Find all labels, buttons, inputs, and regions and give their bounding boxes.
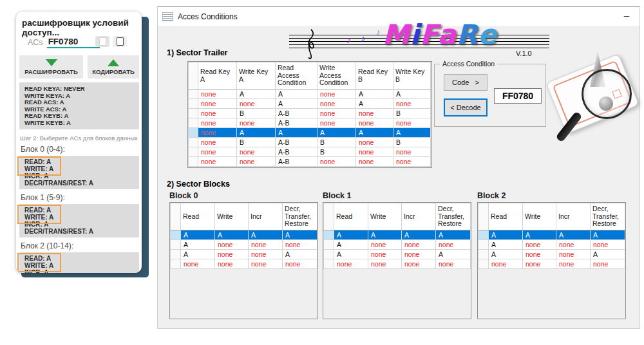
row-selector[interactable]	[324, 259, 334, 269]
table-cell[interactable]: A	[181, 240, 215, 250]
table-cell[interactable]: none	[237, 147, 276, 157]
table-cell[interactable]: none	[198, 138, 237, 147]
copy-button[interactable]	[95, 36, 109, 47]
table-row[interactable]: Anonenonenone	[478, 240, 625, 250]
row-selector[interactable]	[189, 157, 198, 167]
table-cell[interactable]: none	[523, 250, 556, 259]
column-header[interactable]: Write Key A	[237, 62, 276, 89]
column-header[interactable]: Write	[215, 203, 249, 230]
table-cell[interactable]: B	[393, 109, 431, 118]
table-cell[interactable]: A	[402, 230, 436, 240]
table-row[interactable]: nonenoneAnoneAnone	[189, 99, 431, 109]
table-cell[interactable]: A	[356, 89, 393, 99]
table-row[interactable]: nonenonenonenone	[171, 259, 317, 269]
table-cell[interactable]: A	[237, 89, 276, 99]
table-cell[interactable]: none	[237, 118, 276, 128]
row-selector[interactable]	[324, 230, 334, 240]
table-row[interactable]: noneAAAAA	[189, 128, 431, 138]
table-cell[interactable]: none	[356, 138, 393, 147]
row-selector[interactable]	[189, 138, 198, 147]
table-row[interactable]: noneAAnoneAA	[189, 89, 431, 99]
table-cell[interactable]: A-B	[276, 138, 317, 147]
table-cell[interactable]: none	[591, 259, 625, 269]
column-header[interactable]: Read	[489, 203, 523, 230]
table-cell[interactable]: none	[198, 89, 237, 99]
table-cell[interactable]: none	[356, 118, 393, 128]
table-cell[interactable]: none	[356, 157, 393, 167]
column-header[interactable]: Write	[368, 203, 402, 230]
table-cell[interactable]: A	[276, 128, 317, 138]
table-cell[interactable]: none	[556, 240, 591, 250]
table-cell[interactable]: none	[356, 147, 393, 157]
minimize-button[interactable]: –	[618, 7, 636, 24]
table-cell[interactable]: A	[356, 99, 393, 109]
table-cell[interactable]: A	[489, 230, 523, 240]
table-cell[interactable]: none	[249, 240, 283, 250]
column-header[interactable]: Decr, Transfer, Restore	[591, 203, 625, 230]
table-cell[interactable]: B	[237, 109, 276, 118]
table-cell[interactable]: none	[198, 128, 237, 138]
table-cell[interactable]: A	[489, 250, 523, 259]
table-cell[interactable]: none	[591, 240, 625, 250]
table-row[interactable]: AAAA	[478, 230, 625, 240]
column-header[interactable]: Incr	[556, 203, 591, 230]
left-block-box[interactable]: READ: AWRITE: AINCR: ADECR/TRANS/REST: A	[19, 204, 139, 238]
table-cell[interactable]: none	[556, 259, 591, 269]
table-cell[interactable]: none	[249, 250, 283, 259]
column-header[interactable]: Read	[181, 203, 215, 230]
row-selector[interactable]	[478, 230, 489, 240]
table-cell[interactable]: none	[368, 259, 402, 269]
column-header[interactable]: Read Key B	[356, 62, 393, 89]
row-selector[interactable]	[478, 250, 489, 259]
table-cell[interactable]: A	[393, 128, 431, 138]
table-cell[interactable]: none	[317, 109, 356, 118]
row-selector[interactable]	[324, 240, 334, 250]
table-cell[interactable]: none	[283, 240, 317, 250]
column-header[interactable]: Read	[334, 203, 368, 230]
row-selector[interactable]	[189, 99, 198, 109]
column-header[interactable]: Decr, Transfer, Restore	[283, 203, 317, 230]
row-selector[interactable]	[189, 89, 198, 99]
table-cell[interactable]: none	[393, 99, 431, 109]
table-row[interactable]: noneBA-BBnoneB	[189, 138, 431, 147]
table-cell[interactable]: none	[402, 250, 436, 259]
row-selector[interactable]	[478, 259, 489, 269]
table-cell[interactable]: none	[198, 99, 237, 109]
table-cell[interactable]: A	[436, 250, 471, 259]
table-cell[interactable]: A	[523, 230, 556, 240]
table-cell[interactable]: none	[489, 259, 523, 269]
table-cell[interactable]: A	[393, 89, 431, 99]
column-header[interactable]: Incr	[402, 203, 436, 230]
row-selector[interactable]	[171, 259, 181, 269]
table-row[interactable]: nonenoneA-BBnonenone	[189, 147, 431, 157]
table-cell[interactable]: A	[237, 128, 276, 138]
row-selector[interactable]	[189, 128, 198, 138]
table-row[interactable]: AnonenoneA	[324, 250, 471, 259]
table-row[interactable]: AAAA	[324, 230, 471, 240]
table-cell[interactable]: none	[402, 259, 436, 269]
table-cell[interactable]: none	[249, 259, 283, 269]
table-cell[interactable]: none	[283, 259, 317, 269]
column-header[interactable]: Incr	[249, 203, 283, 230]
table-cell[interactable]: A	[591, 230, 625, 240]
table-cell[interactable]: none	[523, 240, 556, 250]
table-cell[interactable]: none	[317, 89, 356, 99]
table-row[interactable]: nonenonenonenone	[324, 259, 471, 269]
table-cell[interactable]: none	[215, 250, 249, 259]
table-cell[interactable]: A	[436, 230, 471, 240]
table-row[interactable]: AAAA	[171, 230, 317, 240]
table-cell[interactable]: A	[181, 230, 215, 240]
decode-button-ru[interactable]: РАСШИФРОВАТЬ	[19, 55, 83, 79]
table-cell[interactable]: none	[436, 259, 471, 269]
decode-button[interactable]: < Decode	[444, 98, 488, 117]
table-cell[interactable]: A	[276, 89, 317, 99]
table-row[interactable]: AnonenoneA	[171, 250, 317, 259]
table-cell[interactable]: B	[237, 138, 276, 147]
table-cell[interactable]: A-B	[276, 157, 317, 167]
table-cell[interactable]: A	[356, 128, 393, 138]
left-block-box[interactable]: READ: AWRITE: AINCR: ADECR/TRANS/REST: A	[19, 156, 139, 189]
table-cell[interactable]: none	[356, 109, 393, 118]
table-cell[interactable]: none	[198, 118, 237, 128]
table-cell[interactable]: A	[181, 250, 215, 259]
table-cell[interactable]: A	[334, 240, 368, 250]
